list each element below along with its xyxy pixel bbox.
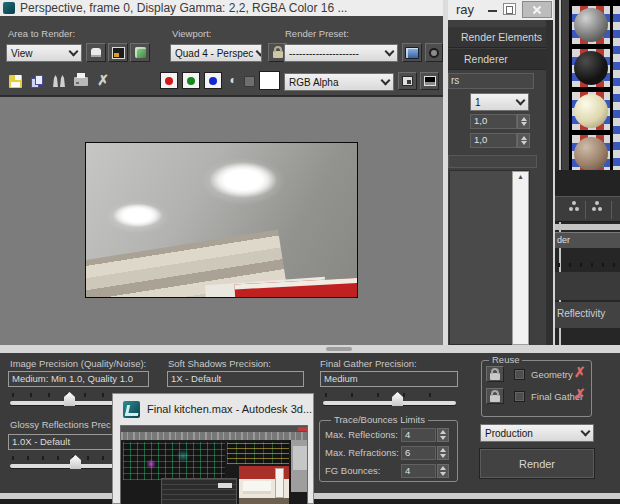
spinner-field-1[interactable]: 1,0 — [470, 114, 517, 129]
fg-bounces-label: FG Bounces: — [325, 465, 380, 476]
screen: Perspective, frame 0, Display Gamma: 2,2… — [0, 0, 620, 504]
thumb-dialog-field — [218, 483, 232, 488]
channel-display-select[interactable]: RGB Alpha — [284, 73, 394, 91]
auto-region-button[interactable] — [108, 43, 128, 62]
blue-channel-button[interactable] — [204, 72, 222, 89]
edit-region-button[interactable] — [86, 43, 106, 62]
monochrome-button[interactable]: ◐ — [226, 72, 240, 88]
max-reflections-label: Max. Reflections: — [325, 429, 398, 440]
reflectivity-row: Reflectivity — [555, 302, 620, 328]
spinner-arrows[interactable] — [437, 464, 449, 478]
thumb-close-icon — [298, 427, 307, 431]
render-last-icon — [135, 47, 146, 58]
separator — [585, 201, 586, 219]
lock-geometry-button[interactable] — [486, 366, 504, 382]
image-precision-label: Image Precision (Quality/Noise): — [10, 358, 146, 369]
soft-shadows-label: Soft Shadows Precision: — [168, 358, 271, 369]
close-icon[interactable] — [522, 1, 552, 18]
thumb-wireframe-viewport — [123, 442, 225, 480]
clear-button[interactable]: ✗ — [94, 71, 112, 89]
render-setup-button[interactable] — [402, 43, 422, 62]
render-icon — [429, 48, 439, 58]
resize-grip[interactable] — [326, 347, 352, 351]
area-to-render-select[interactable]: View — [6, 44, 82, 62]
options-icon[interactable] — [592, 207, 596, 211]
material-slot-gray[interactable] — [572, 6, 610, 44]
tab-renderer[interactable]: Renderer — [448, 49, 555, 70]
render-last-button[interactable] — [130, 43, 150, 62]
material-slot-cream[interactable] — [572, 92, 610, 130]
rollout-header[interactable]: rs — [448, 73, 534, 89]
max-app-icon — [123, 401, 140, 418]
reuse-group-title: Reuse — [489, 354, 522, 365]
background-swatch[interactable] — [259, 71, 280, 90]
print-button[interactable] — [72, 72, 90, 90]
material-param-band — [555, 272, 620, 300]
chevron-down-icon — [256, 47, 262, 57]
channel-display-toggle[interactable] — [420, 72, 439, 90]
blue-channel-icon — [209, 77, 217, 85]
render-quick-button[interactable] — [425, 43, 443, 62]
max-refractions-value[interactable]: 6 — [401, 446, 436, 460]
ray-titlebar[interactable]: ray — [448, 0, 555, 20]
area-to-render-label: Area to Render: — [8, 28, 75, 39]
material-name-bar[interactable]: der — [555, 232, 620, 248]
black-sphere — [574, 51, 608, 85]
lock-icon — [490, 395, 500, 402]
clear-geometry-button[interactable]: ✗ — [574, 365, 586, 379]
chevron-down-icon — [581, 427, 591, 437]
preview-title: Final kitchen.max - Autodesk 3d... — [147, 403, 312, 415]
material-slot-partial[interactable] — [613, 6, 620, 170]
spinner-field-2[interactable]: 1,0 — [470, 133, 517, 148]
lock-final-gather-button[interactable] — [486, 388, 504, 404]
minimize-icon[interactable] — [488, 10, 497, 12]
material-slider-ticks — [558, 263, 618, 267]
final-gather-ticks — [325, 393, 455, 397]
render-setup-icon — [405, 47, 419, 59]
layer-button[interactable] — [398, 72, 417, 90]
save-image-button[interactable] — [6, 72, 24, 90]
material-slot-partial[interactable] — [562, 0, 569, 170]
spinner-arrows[interactable] — [517, 114, 530, 129]
max-reflections-value[interactable]: 4 — [401, 428, 436, 442]
sample-type-icon[interactable] — [569, 207, 573, 211]
green-channel-button[interactable] — [182, 72, 200, 89]
green-channel-icon — [187, 77, 195, 85]
final-gather-label: Final Gather Precision: — [320, 358, 417, 369]
print-icon — [74, 77, 88, 86]
render-preset-select[interactable]: --------------------- — [284, 44, 398, 62]
clone-rfw-button[interactable] — [28, 72, 46, 90]
samples-select[interactable]: 1 — [470, 93, 529, 111]
compare-channels-button[interactable] — [50, 72, 68, 90]
final-gather-slider[interactable] — [323, 401, 456, 405]
material-slot-marble[interactable] — [572, 135, 610, 170]
spinner-arrows[interactable] — [437, 428, 449, 442]
taskbar-preview[interactable]: Final kitchen.max - Autodesk 3d... — [112, 393, 314, 504]
render-button[interactable]: Render — [479, 448, 595, 479]
layer-icon — [402, 76, 413, 86]
maximize-icon[interactable] — [503, 3, 516, 15]
marble-sphere — [574, 137, 608, 171]
material-slot-black[interactable] — [572, 49, 610, 87]
fg-bounces-value[interactable]: 4 — [401, 464, 436, 478]
rollout-header-2[interactable] — [448, 155, 537, 168]
preview-thumbnail[interactable] — [120, 425, 308, 504]
final-gather-checkbox[interactable] — [514, 391, 525, 402]
color-swatch[interactable] — [244, 76, 255, 87]
soft-shadows-value: 1X - Default — [167, 371, 304, 387]
red-channel-button[interactable] — [160, 72, 178, 89]
spinner-arrows[interactable] — [517, 133, 530, 148]
rfw-titlebar: Perspective, frame 0, Display Gamma: 2,2… — [0, 0, 447, 16]
chevron-down-icon — [381, 76, 391, 86]
thumb-command-panel — [291, 440, 308, 492]
render-mode-select[interactable]: Production — [480, 424, 594, 442]
app-icon — [3, 2, 15, 14]
scroll-up-icon[interactable]: ▴ — [518, 172, 522, 181]
tab-render-elements[interactable]: Render Elements — [448, 27, 555, 48]
clear-final-gather-button[interactable]: ✗ — [574, 387, 586, 401]
monochrome-icon: ◐ — [229, 73, 236, 87]
geometry-checkbox[interactable] — [514, 369, 525, 380]
spinner-arrows[interactable] — [437, 446, 449, 460]
scrollbar[interactable]: ▴ — [512, 171, 529, 345]
viewport-select[interactable]: Quad 4 - Perspec — [170, 44, 262, 62]
